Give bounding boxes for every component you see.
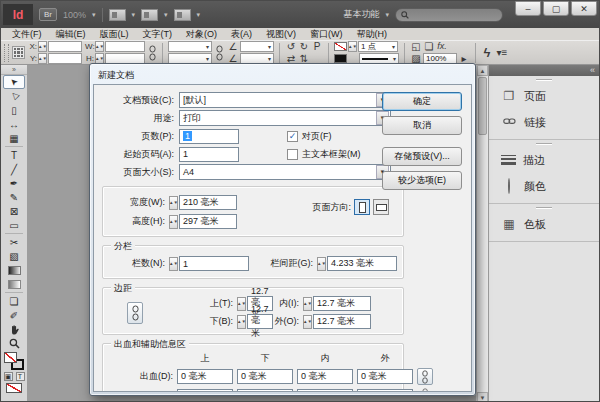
screen-mode-icon[interactable]: [141, 9, 158, 21]
menu-file[interactable]: 文件(F): [5, 28, 49, 41]
type-tool[interactable]: T: [3, 148, 25, 162]
chevron-down-icon[interactable]: ▾: [197, 11, 201, 19]
stepper-control[interactable]: ▲▼: [38, 41, 47, 52]
bleed-outside-input[interactable]: 0 毫米: [357, 369, 413, 384]
note-tool[interactable]: ❏: [3, 294, 25, 308]
corner-options-icon[interactable]: ◱: [410, 41, 422, 52]
rotate-cw-icon[interactable]: ↻: [298, 41, 310, 52]
scissors-tool[interactable]: ✂: [3, 235, 25, 249]
pages-input[interactable]: 1: [179, 129, 239, 144]
drop-shadow-icon[interactable]: ❏: [423, 41, 435, 52]
dock-group-grip[interactable]: [489, 140, 599, 147]
link-bleed-button[interactable]: [417, 368, 433, 385]
menu-window[interactable]: 窗口(W): [303, 28, 350, 41]
view-options-icon[interactable]: [109, 9, 126, 21]
slug-inside-input[interactable]: 0 毫米: [297, 389, 353, 393]
tools-panel-expand[interactable]: »: [1, 65, 27, 75]
fill-stroke-swatches[interactable]: [4, 352, 24, 370]
portrait-orientation-button[interactable]: [354, 199, 370, 215]
free-transform-tool[interactable]: ▧: [3, 249, 25, 263]
bleed-inside-input[interactable]: 0 毫米: [297, 369, 353, 384]
stepper-control[interactable]: ▲▼: [169, 196, 178, 210]
dock-group-grip[interactable]: [489, 204, 599, 211]
unlink-slug-button[interactable]: [417, 388, 435, 392]
maximize-button[interactable]: ▢: [543, 1, 569, 16]
stepper-control[interactable]: ▲▼: [169, 215, 178, 229]
margin-outside-input[interactable]: 12.7 毫米: [313, 314, 371, 329]
minimize-button[interactable]: –: [515, 1, 541, 16]
scale-x-select[interactable]: ▾: [168, 41, 212, 52]
menu-object[interactable]: 对象(O): [179, 28, 224, 41]
cancel-button[interactable]: 取消: [382, 116, 462, 135]
effects-icon[interactable]: fx.: [436, 41, 448, 52]
zoom-level-select[interactable]: 100%: [63, 10, 86, 20]
save-preset-button[interactable]: 存储预设(V)...: [382, 147, 462, 166]
dock-group-grip[interactable]: [489, 76, 599, 83]
page-tool[interactable]: ▯: [3, 103, 25, 117]
page-height-input[interactable]: 297 毫米: [179, 214, 237, 229]
menu-edit[interactable]: 编辑(E): [49, 28, 93, 41]
x-position-input[interactable]: [48, 41, 82, 52]
menu-table[interactable]: 表(A): [224, 28, 259, 41]
panel-stroke[interactable]: 描边: [489, 147, 599, 173]
chevron-down-icon[interactable]: ▾: [92, 11, 96, 19]
chevron-down-icon[interactable]: ▾: [132, 11, 136, 19]
menu-help[interactable]: 帮助(H): [350, 28, 395, 41]
stepper-control[interactable]: ▲▼: [348, 41, 357, 52]
frame-tool[interactable]: ⊠: [3, 204, 25, 218]
formatting-affects-container-icon[interactable]: ▣: [4, 372, 13, 381]
document-preset-select[interactable]: [默认]▼: [179, 92, 391, 108]
landscape-orientation-button[interactable]: [373, 199, 389, 215]
eyedropper-tool[interactable]: ✐: [3, 308, 25, 322]
y-position-input[interactable]: [48, 53, 82, 64]
menu-layout[interactable]: 版面(L): [93, 28, 136, 41]
chevron-down-icon[interactable]: ▾: [164, 11, 168, 19]
bridge-button[interactable]: Br: [39, 8, 57, 21]
scrollbar-thumb[interactable]: [478, 77, 487, 135]
collapse-panels-icon[interactable]: «: [590, 65, 595, 75]
margin-inside-input[interactable]: 12.7 毫米: [313, 296, 371, 311]
width-input[interactable]: [105, 41, 145, 52]
link-margins-button[interactable]: [127, 302, 143, 324]
scroll-up-icon[interactable]: ▲: [477, 65, 488, 76]
dialog-titlebar[interactable]: 新建文档: [93, 67, 472, 84]
stepper-control[interactable]: ▲▼: [95, 41, 104, 52]
slug-outside-input[interactable]: 0 毫米: [357, 389, 413, 393]
panel-links[interactable]: 链接: [489, 109, 599, 135]
stroke-swatch-none[interactable]: [334, 42, 347, 51]
search-input[interactable]: [395, 8, 503, 22]
start-page-input[interactable]: 1: [179, 147, 239, 162]
stepper-control[interactable]: ▲▼: [303, 297, 312, 311]
gradient-swatch-tool[interactable]: [3, 263, 25, 277]
scrollbar-track[interactable]: [477, 136, 488, 392]
constrain-scale-icon[interactable]: [215, 45, 224, 61]
stroke-weight-select[interactable]: 1 点▾: [358, 41, 398, 52]
direct-selection-tool[interactable]: ▷: [3, 89, 25, 103]
ok-button[interactable]: 确定: [382, 92, 462, 111]
stepper-control[interactable]: ▲▼: [38, 53, 47, 64]
pencil-tool[interactable]: ✎: [3, 190, 25, 204]
constrain-dimensions-icon[interactable]: [148, 45, 157, 61]
intent-select[interactable]: 打印▼: [179, 110, 391, 126]
rectangle-tool[interactable]: ▭: [3, 218, 25, 232]
line-tool[interactable]: ╱: [3, 162, 25, 176]
stepper-control[interactable]: ▲▼: [237, 297, 246, 311]
bleed-top-input[interactable]: 0 毫米: [177, 369, 233, 384]
formatting-affects-text-icon[interactable]: T: [16, 372, 25, 381]
menu-type[interactable]: 文字(T): [136, 28, 180, 41]
hand-tool[interactable]: [3, 322, 25, 336]
control-panel-menu-icon[interactable]: ▾≡: [496, 47, 508, 58]
panel-pages[interactable]: ❐页面: [489, 83, 599, 109]
page-size-select[interactable]: A4▼: [179, 164, 391, 180]
facing-pages-checkbox[interactable]: ✓: [287, 131, 298, 142]
document-layout-icon[interactable]: [174, 9, 191, 21]
reference-point-proxy[interactable]: [12, 46, 25, 59]
content-collector-tool[interactable]: ▦: [3, 131, 25, 145]
fill-swatch-none[interactable]: [4, 352, 17, 363]
zoom-tool[interactable]: [3, 336, 25, 350]
fill-swatch[interactable]: [334, 54, 347, 63]
close-button[interactable]: ✕: [571, 1, 597, 16]
stepper-control[interactable]: ▲▼: [303, 315, 312, 329]
workspace-switcher[interactable]: 基本功能: [343, 8, 379, 21]
stepper-control[interactable]: ▲▼: [317, 257, 326, 271]
